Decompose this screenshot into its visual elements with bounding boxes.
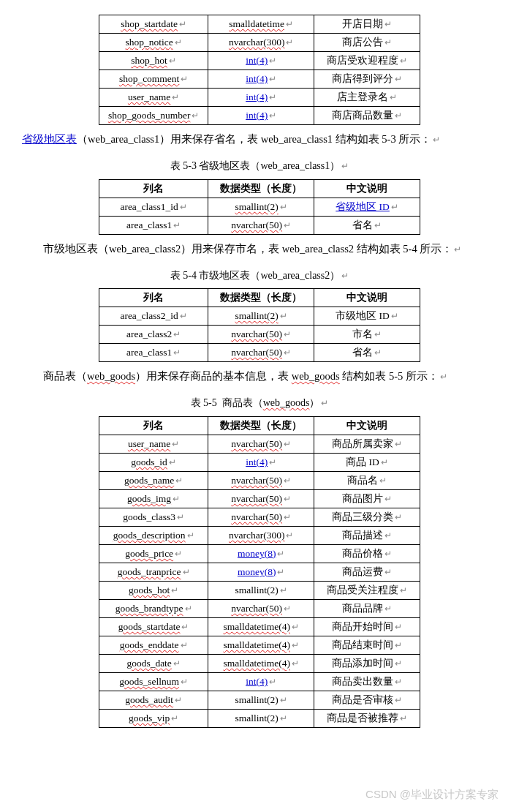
cell-col-desc: 商品卖出数量↵	[314, 672, 420, 691]
table-5-4: 列名 数据类型（长度） 中文说明 area_class2_id↵smallint…	[99, 288, 420, 362]
table-row: goods_brandtype↵nvarchar(50)↵商品品牌↵	[99, 599, 420, 617]
table-row: area_class1_id↵smallint(2)↵省级地区 ID↵	[99, 198, 420, 216]
cell-col-type: int(4)↵	[208, 453, 314, 471]
caption-5-3: 表 5-3 省级地区表（web_area_class1）↵	[22, 158, 497, 174]
cell-col-type: money(8)↵	[208, 563, 314, 581]
col-name: 列名	[99, 179, 208, 198]
table-header-row: 列名 数据类型（长度） 中文说明	[99, 289, 420, 307]
table-row: area_class2↵nvarchar(50)↵市名↵	[99, 326, 420, 344]
cell-col-type: smallint(2)↵	[208, 307, 314, 326]
caption-5-5: 表 5-5 商品表（web_goods）↵	[22, 395, 497, 411]
cell-col-desc: 开店日期↵	[314, 15, 420, 34]
cell-col-desc: 商品是否审核↵	[314, 691, 420, 709]
cell-col-name: shop_notice↵	[99, 34, 208, 52]
table-row: area_class1↵nvarchar(50)↵省名↵	[99, 344, 420, 362]
table-row: goods_id↵int(4)↵商品 ID↵	[99, 453, 420, 471]
para-5-3: 省级地区表（web_area_class1）用来保存省名，表 web_area_…	[22, 131, 497, 148]
cell-col-desc: 商品结束时间↵	[314, 636, 420, 654]
table-row: goods_sellnum↵int(4)↵商品卖出数量↵	[99, 672, 420, 691]
table-row: area_class1↵nvarchar(50)↵省名↵	[99, 216, 420, 234]
cell-col-type: nvarchar(50)↵	[208, 326, 314, 344]
table-5-5: 列名 数据类型（长度） 中文说明 user_name↵nvarchar(50)↵…	[99, 416, 420, 728]
cell-col-name: goods_audit↵	[99, 691, 208, 709]
col-type: 数据类型（长度）	[208, 179, 314, 198]
cell-col-name: goods_price↵	[99, 544, 208, 563]
cell-col-name: shop_comment↵	[99, 70, 208, 89]
cell-col-type: money(8)↵	[208, 544, 314, 563]
cell-col-type: smallint(2)↵	[208, 198, 314, 216]
cell-col-desc: 商品受关注程度↵	[314, 581, 420, 599]
table-5-4-body: area_class2_id↵smallint(2)↵市级地区 ID↵area_…	[99, 307, 420, 362]
cell-col-desc: 商品图片↵	[314, 489, 420, 508]
table-row: shop_hot↵int(4)↵商店受欢迎程度↵	[99, 52, 420, 70]
caption-5-4: 表 5-4 市级地区表（web_area_class2）↵	[22, 268, 497, 284]
cell-col-type: int(4)↵	[208, 672, 314, 691]
table-header-row: 列名 数据类型（长度） 中文说明	[99, 179, 420, 198]
table-shop-body: shop_startdate↵smalldatetime↵开店日期↵shop_n…	[99, 15, 420, 125]
cell-col-name: area_class1↵	[99, 344, 208, 362]
cell-col-name: area_class2_id↵	[99, 307, 208, 326]
cell-col-desc: 商品添加时间↵	[314, 654, 420, 672]
table-row: goods_startdate↵smalldatetime(4)↵商品开始时间↵	[99, 617, 420, 636]
para-5-4: 市级地区表（web_area_class2）用来保存市名，表 web_area_…	[22, 241, 497, 257]
cell-col-desc: 省级地区 ID↵	[314, 198, 420, 216]
cell-col-desc: 店主登录名↵	[314, 89, 420, 107]
cell-col-name: goods_id↵	[99, 453, 208, 471]
table-row: goods_class3↵nvarchar(50)↵商品三级分类↵	[99, 508, 420, 526]
cell-col-name: goods_hot↵	[99, 581, 208, 599]
cell-col-type: int(4)↵	[208, 52, 314, 70]
table-row: goods_tranprice↵money(8)↵商品运费↵	[99, 563, 420, 581]
table-row: area_class2_id↵smallint(2)↵市级地区 ID↵	[99, 307, 420, 326]
cell-col-desc: 省名↵	[314, 216, 420, 234]
cell-col-desc: 商品三级分类↵	[314, 508, 420, 526]
col-name: 列名	[99, 289, 208, 307]
cell-col-name: goods_startdate↵	[99, 617, 208, 636]
cell-col-type: nvarchar(50)↵	[208, 599, 314, 617]
cell-col-type: int(4)↵	[208, 107, 314, 125]
cell-col-name: user_name↵	[99, 89, 208, 107]
cell-col-type: nvarchar(50)↵	[208, 216, 314, 234]
col-type: 数据类型（长度）	[208, 416, 314, 435]
cell-col-name: area_class1↵	[99, 216, 208, 234]
table-row: shop_notice↵nvarchar(300)↵商店公告↵	[99, 34, 420, 52]
col-type: 数据类型（长度）	[208, 289, 314, 307]
cell-col-name: goods_date↵	[99, 654, 208, 672]
cell-col-type: smallint(2)↵	[208, 709, 314, 727]
cell-col-desc: 商店商品数量↵	[314, 107, 420, 125]
table-row: goods_enddate↵smalldatetime(4)↵商品结束时间↵	[99, 636, 420, 654]
cell-col-name: goods_tranprice↵	[99, 563, 208, 581]
cell-col-type: smalldatetime↵	[208, 15, 314, 34]
cell-col-name: shop_hot↵	[99, 52, 208, 70]
cell-col-desc: 商品运费↵	[314, 563, 420, 581]
cell-col-desc: 商品描述↵	[314, 526, 420, 544]
table-row: user_name↵nvarchar(50)↵商品所属卖家↵	[99, 435, 420, 453]
table-row: goods_vip↵smallint(2)↵商品是否被推荐↵	[99, 709, 420, 727]
cell-col-type: int(4)↵	[208, 70, 314, 89]
cell-col-name: goods_enddate↵	[99, 636, 208, 654]
cell-col-name: goods_description↵	[99, 526, 208, 544]
cell-col-type: nvarchar(50)↵	[208, 508, 314, 526]
cell-col-desc: 商店得到评分↵	[314, 70, 420, 89]
table-row: user_name↵int(4)↵店主登录名↵	[99, 89, 420, 107]
cell-col-type: nvarchar(50)↵	[208, 344, 314, 362]
cell-col-desc: 市名↵	[314, 326, 420, 344]
col-desc: 中文说明	[314, 289, 420, 307]
table-row: goods_audit↵smallint(2)↵商品是否审核↵	[99, 691, 420, 709]
cell-col-type: int(4)↵	[208, 89, 314, 107]
cell-col-desc: 商品 ID↵	[314, 453, 420, 471]
table-5-3: 列名 数据类型（长度） 中文说明 area_class1_id↵smallint…	[99, 179, 420, 235]
cell-col-name: goods_sellnum↵	[99, 672, 208, 691]
col-name: 列名	[99, 416, 208, 435]
cell-col-name: goods_name↵	[99, 471, 208, 489]
cell-col-type: smalldatetime(4)↵	[208, 654, 314, 672]
cell-col-name: goods_img↵	[99, 489, 208, 508]
cell-col-type: smallint(2)↵	[208, 581, 314, 599]
cell-col-name: goods_vip↵	[99, 709, 208, 727]
cell-col-desc: 商品名↵	[314, 471, 420, 489]
cell-col-name: goods_brandtype↵	[99, 599, 208, 617]
cell-col-desc: 省名↵	[314, 344, 420, 362]
table-row: goods_description↵nvarchar(300)↵商品描述↵	[99, 526, 420, 544]
cell-col-desc: 商品品牌↵	[314, 599, 420, 617]
cell-col-desc: 市级地区 ID↵	[314, 307, 420, 326]
col-desc: 中文说明	[314, 179, 420, 198]
